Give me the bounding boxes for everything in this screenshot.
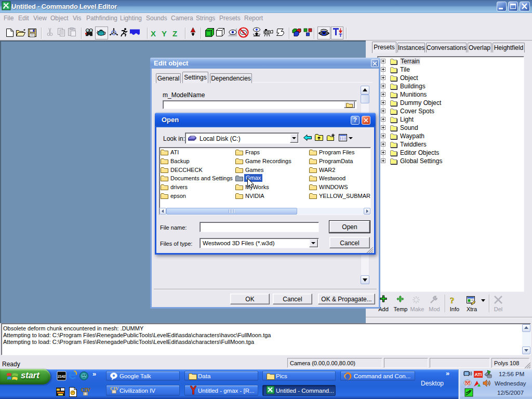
svg-text:ATI: ATI xyxy=(475,372,482,377)
svg-text:2142: 2142 xyxy=(58,374,65,379)
svg-text:?: ? xyxy=(450,296,455,305)
svg-text:CIV: CIV xyxy=(81,387,91,393)
